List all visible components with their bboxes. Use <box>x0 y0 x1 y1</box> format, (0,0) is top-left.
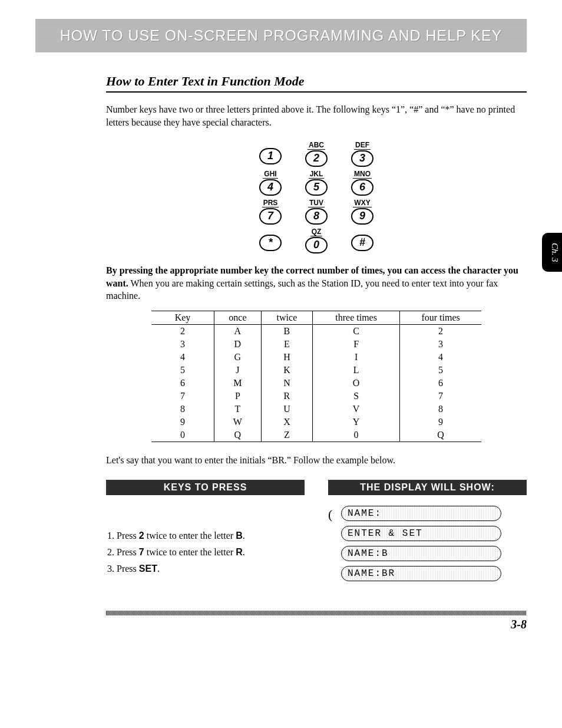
keypad-key-*: * <box>256 226 285 253</box>
table-header: twice <box>261 311 312 324</box>
keypad-key-2: ABC2 <box>302 139 331 167</box>
example-intro: Let's say that you want to enter the ini… <box>106 454 527 467</box>
keypad-button: 4 <box>259 179 282 196</box>
table-cell: J <box>214 364 262 377</box>
table-cell: 9 <box>151 416 214 429</box>
keypad-label: DEF <box>354 141 371 150</box>
table-row: 4GHI4 <box>151 351 481 364</box>
table-cell: 5 <box>151 364 214 377</box>
table-cell: 5 <box>400 364 481 377</box>
lcd-display-line: NAME:BR <box>341 566 501 581</box>
instruction-paragraph: By pressing the appropriate number key t… <box>106 264 527 302</box>
table-cell: O <box>313 377 400 390</box>
keypad-label: MNO <box>353 170 372 179</box>
table-cell: 0 <box>151 429 214 442</box>
step-item: Press 7 twice to enter the letter R. <box>117 547 305 558</box>
keypad-button: 2 <box>305 150 328 167</box>
keys-to-press-header: KEYS TO PRESS <box>106 480 305 495</box>
step-item: Press SET. <box>117 564 305 574</box>
table-header: four times <box>400 311 481 324</box>
keypad-key-6: MNO6 <box>348 168 377 196</box>
display-will-show-header: THE DISPLAY WILL SHOW: <box>328 480 527 495</box>
bracket-icon: ( <box>328 507 332 522</box>
lcd-display-line: ENTER & SET <box>341 526 501 541</box>
key-press-table: Keyoncetwicethree timesfour times 2ABC23… <box>151 311 481 442</box>
table-header: Key <box>151 311 214 324</box>
table-cell: 4 <box>400 351 481 364</box>
keypad-button: 7 <box>259 208 282 225</box>
keypad-label: QZ <box>310 228 323 236</box>
chapter-side-tab: Ch. 3 <box>542 233 562 272</box>
instruction-rest: When you are making certain settings, su… <box>106 278 498 301</box>
table-cell: Z <box>261 429 312 442</box>
table-row: 7PRS7 <box>151 390 481 403</box>
table-cell: 3 <box>400 338 481 351</box>
table-header: three times <box>313 311 400 324</box>
table-cell: 7 <box>151 390 214 403</box>
table-row: 3DEF3 <box>151 338 481 351</box>
keypad-button: * <box>259 235 282 251</box>
table-cell: I <box>313 351 400 364</box>
table-cell: P <box>214 390 262 403</box>
table-cell: M <box>214 377 262 390</box>
table-cell: B <box>261 324 312 338</box>
keypad-button: # <box>351 235 373 251</box>
table-cell: 9 <box>400 416 481 429</box>
keypad-key-0: QZ0 <box>302 226 331 253</box>
chapter-banner: HOW TO USE ON-SCREEN PROGRAMMING AND HEL… <box>35 19 527 52</box>
keypad-key-4: GHI4 <box>256 168 285 196</box>
keypad-key-8: TUV8 <box>302 197 331 225</box>
table-row: 6MNO6 <box>151 377 481 390</box>
table-cell: N <box>261 377 312 390</box>
lcd-display-line: NAME: <box>341 506 501 521</box>
table-cell: Y <box>313 416 400 429</box>
table-cell: 3 <box>151 338 214 351</box>
table-cell: 6 <box>400 377 481 390</box>
table-cell: 8 <box>151 403 214 416</box>
keypad-diagram: 1ABC2DEF3GHI4JKL5MNO6PRS7TUV8WXY9*QZ0# <box>252 139 381 253</box>
table-cell: F <box>313 338 400 351</box>
table-cell: C <box>313 324 400 338</box>
keypad-button: 6 <box>351 179 373 196</box>
lcd-display-line: NAME:B <box>341 546 501 561</box>
keypad-label: JKL <box>309 170 325 179</box>
page-number: 3-8 <box>106 618 527 631</box>
table-cell: X <box>261 416 312 429</box>
keypad-key-9: WXY9 <box>348 197 377 225</box>
table-header: once <box>214 311 262 324</box>
table-cell: A <box>214 324 262 338</box>
table-cell: 7 <box>400 390 481 403</box>
keypad-label: GHI <box>263 170 277 179</box>
keypad-button: 8 <box>305 208 328 225</box>
keypad-button: 1 <box>259 148 282 164</box>
table-cell: V <box>313 403 400 416</box>
table-cell: 6 <box>151 377 214 390</box>
table-cell: Q <box>400 429 481 442</box>
keypad-key-7: PRS7 <box>256 197 285 225</box>
table-cell: W <box>214 416 262 429</box>
keypad-button: 9 <box>351 208 373 225</box>
table-cell: 4 <box>151 351 214 364</box>
table-cell: 2 <box>400 324 481 338</box>
table-cell: E <box>261 338 312 351</box>
keypad-button: 0 <box>305 237 328 253</box>
table-cell: K <box>261 364 312 377</box>
table-cell: 2 <box>151 324 214 338</box>
display-sequence: ( NAME:ENTER & SETNAME:BNAME:BR <box>328 503 527 584</box>
table-cell: H <box>261 351 312 364</box>
footer-rule <box>106 611 527 615</box>
keypad-button: 5 <box>305 179 328 196</box>
table-cell: L <box>313 364 400 377</box>
table-row: 2ABC2 <box>151 324 481 338</box>
keypad-label: PRS <box>262 199 279 207</box>
keypad-label: TUV <box>308 199 325 207</box>
table-row: 5JKL5 <box>151 364 481 377</box>
table-row: 8TUV8 <box>151 403 481 416</box>
intro-paragraph: Number keys have two or three letters pr… <box>106 103 527 129</box>
table-cell: S <box>313 390 400 403</box>
table-cell: Q <box>214 429 262 442</box>
keypad-key-1: 1 <box>256 139 285 167</box>
keypad-label: WXY <box>353 199 371 207</box>
table-row: 0QZ0Q <box>151 429 481 442</box>
keypad-key-3: DEF3 <box>348 139 377 167</box>
